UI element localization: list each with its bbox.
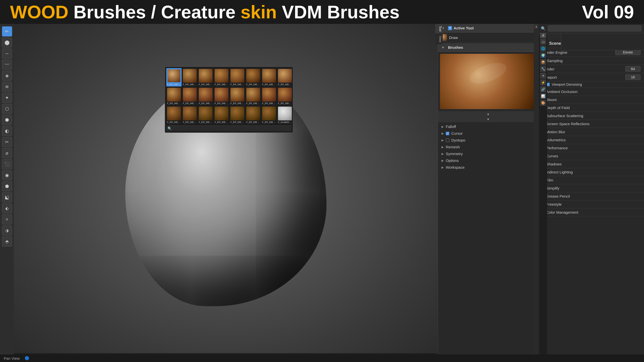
falloff-option[interactable]: ▶ Falloff — [438, 123, 538, 130]
film-section[interactable]: ▶ Film — [539, 176, 644, 184]
indirect-lighting-section[interactable]: ▶ Indirect Lighting — [539, 168, 644, 176]
sampling-section[interactable]: ▼ Sampling — [539, 57, 644, 65]
modifier-props-icon[interactable]: 🔧 — [540, 66, 546, 72]
options-option[interactable]: ▶ Options — [438, 157, 538, 164]
brush-item-5[interactable]: F_ER_WBC_13 — [246, 68, 261, 86]
title-brushes: Brushes / Creature — [68, 2, 240, 22]
world-props-icon[interactable]: 🌍 — [540, 52, 546, 58]
il-label: Indirect Lighting — [546, 170, 573, 174]
viewport-value[interactable]: 16 — [625, 74, 640, 80]
constraints-icon[interactable]: 🔗 — [540, 86, 546, 92]
toolbar-btn-8[interactable]: ⬢ — [2, 115, 12, 125]
toolbar-btn-17[interactable]: ✧ — [2, 214, 12, 224]
performance-section[interactable]: ▶ Performance — [539, 144, 644, 152]
brush-item-19[interactable]: F_ER_WBC_27 — [214, 106, 229, 124]
material-props-icon[interactable]: 🎨 — [540, 100, 546, 106]
toolbar-btn-12[interactable]: ⬛ — [2, 159, 12, 169]
brush-item-17[interactable]: F_ER_WBC_25 — [182, 106, 197, 124]
toolbar-btn-18[interactable]: ⬗ — [2, 225, 12, 236]
brush-item-15[interactable]: F_ER_WBC_23 — [277, 87, 293, 105]
cursor-option[interactable]: ▶ ✓ Cursor — [438, 130, 538, 137]
brush-item-22[interactable]: F_ER_WBC_30 — [261, 106, 277, 124]
toolbar-btn-6[interactable]: ✦ — [2, 93, 12, 103]
toolbar-draw-btn[interactable]: ✏ — [2, 26, 12, 36]
bloom-section[interactable]: ▶ Bloom — [539, 96, 644, 104]
motion-blur-section[interactable]: ▶ Motion Blur — [539, 128, 644, 136]
freestyle-section[interactable]: ▶ Freestyle — [539, 200, 644, 208]
toolbar-btn-1[interactable]: ⬤ — [2, 37, 12, 48]
mb-label: Motion Blur — [546, 130, 565, 134]
depth-of-field-section[interactable]: ▶ Depth of Field — [539, 104, 644, 112]
brush-item-14[interactable]: F_ER_WBC_22 — [261, 87, 277, 105]
dyntopo-option[interactable]: ▶ Dyntopo — [438, 137, 538, 144]
brush-item-12[interactable]: F_ER_WBC_20 — [230, 87, 245, 105]
brush-item-1[interactable]: F_ER_WBC_09 — [182, 68, 197, 86]
remesh-option[interactable]: ▶ Remesh — [438, 144, 538, 150]
toolbar-btn-14[interactable]: ⬟ — [2, 181, 12, 191]
workspace-option[interactable]: ▶ Workspace — [438, 164, 538, 171]
brush-item-3[interactable]: F_ER_WBC_11 — [214, 68, 229, 86]
toolbar-btn-13[interactable]: ◉ — [2, 170, 12, 180]
subsurface-section[interactable]: ▶ Subsurface Scattering — [539, 112, 644, 120]
ao-label: Ambient Occlusion — [546, 89, 578, 94]
cursor-checkbox[interactable]: ✓ — [446, 132, 449, 135]
brush-item-13[interactable]: F_ER_WBC_21 — [246, 87, 261, 105]
toolbar-btn-11[interactable]: ⌀ — [2, 148, 12, 158]
brush-label-2: F_ER_WBC_10 — [199, 83, 213, 86]
view-tab[interactable]: View — [435, 34, 443, 44]
brush-label-7: F_ER_WBC_15 — [278, 83, 292, 86]
particles-icon[interactable]: ✦ — [540, 73, 546, 79]
toolbar-btn-4[interactable]: ◈ — [2, 71, 12, 81]
object-props-icon[interactable]: 📦 — [540, 59, 546, 65]
brush-item-6[interactable]: F_ER_WBC_14 — [261, 68, 277, 86]
brush-item-23[interactable]: F_SculptDraw — [277, 106, 293, 124]
toolbar-btn-7[interactable]: ⬡ — [2, 104, 12, 114]
brush-item-16[interactable]: F_ER_WBC_24 — [166, 106, 182, 124]
brush-item-9[interactable]: F_ER_WBC_17 — [182, 87, 197, 105]
simplify-section[interactable]: ▶ Simplify — [539, 184, 644, 192]
brush-item-10[interactable]: F_ER_WBC_18 — [198, 87, 213, 105]
brushes-header[interactable]: ▼ Brushes — [438, 43, 538, 52]
scene-props-icon[interactable]: 🌐 — [540, 46, 546, 52]
scroll-up[interactable]: ▲ — [534, 24, 539, 29]
brush-item-18[interactable]: F_ER_WBC_26 — [198, 106, 213, 124]
toolbar-btn-2[interactable]: ↔ — [2, 49, 12, 59]
brush-item-0[interactable]: F_ER_WBC_08 — [166, 68, 182, 86]
brush-item-4[interactable]: F_ER_WBC_12 — [230, 68, 245, 86]
ambient-occlusion-section[interactable]: ▶ Ambient Occlusion — [539, 88, 644, 96]
data-props-icon[interactable]: 📊 — [540, 93, 546, 99]
volumetrics-section[interactable]: ▶ Volumetrics — [539, 136, 644, 144]
view-layer-icon[interactable]: 🗂 — [540, 39, 546, 45]
toolbar-btn-16[interactable]: ⬖ — [2, 203, 12, 213]
brush-item-7[interactable]: F_ER_WBC_15 — [277, 68, 293, 86]
brush-label-0: F_ER_WBC_08 — [167, 83, 181, 86]
render-engine-select[interactable]: Eevee — [615, 50, 640, 55]
symmetry-option[interactable]: ▶ Symmetry — [438, 150, 538, 157]
physics-icon[interactable]: ⚡ — [540, 79, 546, 85]
color-management-section[interactable]: ▶ Color Management — [539, 208, 644, 216]
toolbar-btn-3[interactable]: 〰 — [2, 60, 12, 70]
shadows-section[interactable]: ▶ Shadows — [539, 160, 644, 168]
scroll-up-arrow[interactable]: ▲ — [438, 111, 538, 117]
toolbar-btn-9[interactable]: ◐ — [2, 126, 12, 136]
render-value[interactable]: 64 — [625, 66, 640, 72]
brush-item-11[interactable]: F_ER_WBC_19 — [214, 87, 229, 105]
toolbar-btn-5[interactable]: ≋ — [2, 82, 12, 92]
active-tool-header[interactable]: ▼ T Active Tool — [438, 24, 538, 32]
right-search-input[interactable] — [548, 25, 641, 31]
brush-item-8[interactable]: F_ER_WBC_16 — [166, 87, 182, 105]
curves-section[interactable]: ▶ Curves — [539, 152, 644, 160]
toolbar-btn-19[interactable]: ⬘ — [2, 237, 12, 247]
brush-thumb-18 — [199, 107, 213, 120]
brush-item-21[interactable]: F_ER_WBC_29 — [246, 106, 261, 124]
brush-item-20[interactable]: F_ER_WBC_28 — [230, 106, 245, 124]
tool-tab[interactable]: Tool — [435, 24, 443, 33]
screen-space-section[interactable]: ▶ Screen Space Reflections — [539, 120, 644, 128]
scroll-down-arrow[interactable]: ▼ — [438, 117, 538, 122]
toolbar-btn-10[interactable]: ✂ — [2, 137, 12, 147]
brush-item-2[interactable]: F_ER_WBC_10 — [198, 68, 213, 86]
grease-pencil-section[interactable]: ▶ Grease Pencil — [539, 192, 644, 200]
brush-search-input[interactable] — [173, 126, 290, 130]
dyntopo-checkbox[interactable] — [446, 139, 449, 142]
toolbar-btn-15[interactable]: ⬕ — [2, 192, 12, 202]
